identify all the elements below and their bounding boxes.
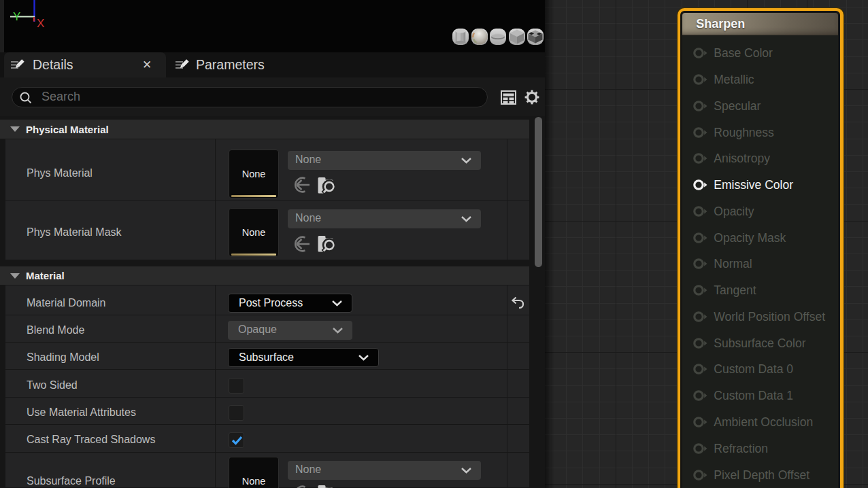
svg-text:X: X xyxy=(37,17,44,30)
svg-text:Y: Y xyxy=(13,10,20,23)
